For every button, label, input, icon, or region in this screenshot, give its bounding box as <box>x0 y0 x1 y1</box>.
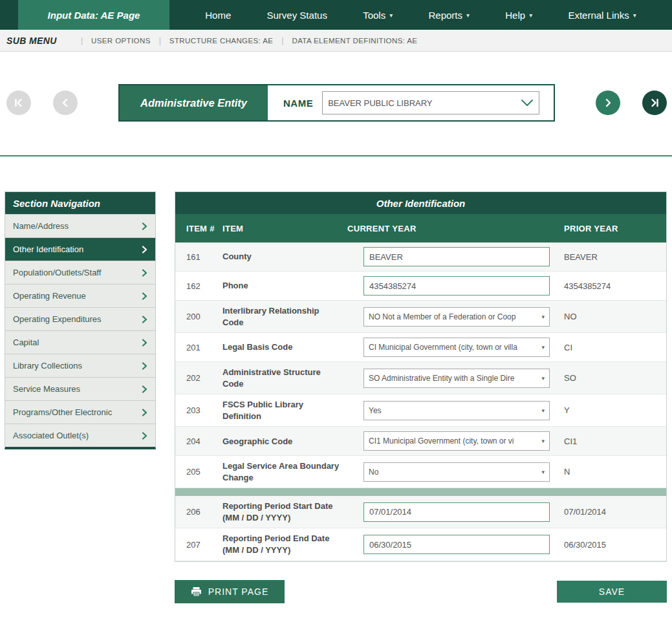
sub-menu-title: SUB MENU <box>6 36 57 46</box>
current-year-cell <box>347 535 564 554</box>
current-year-cell: CI1 Municipal Government (city, town or … <box>347 431 564 451</box>
nav-tab-input-data-ae-page[interactable]: Input Data: AE Page <box>18 0 169 30</box>
entity-header-box: Administrative Entity NAME BEAVER PUBLIC… <box>118 84 555 122</box>
nav-item-label: Tools <box>363 10 385 21</box>
chevron-left-icon <box>59 96 72 109</box>
caret-down-icon: ▾ <box>529 12 532 19</box>
current-year-cell: NO Not a Member of a Federation or Coop▾ <box>347 307 564 327</box>
item-200-current-select[interactable]: NO Not a Member of a Federation or Coop▾ <box>363 307 550 327</box>
column-header-prior-year: PRIOR YEAR <box>564 224 666 233</box>
go-previous-button[interactable] <box>53 91 78 115</box>
printer-icon <box>191 586 202 597</box>
chevron-right-icon <box>142 246 147 253</box>
go-first-button[interactable] <box>6 91 31 115</box>
item-203-current-select[interactable]: Yes▾ <box>363 401 550 420</box>
column-header-item-number: ITEM # <box>175 224 222 233</box>
entity-name-value: BEAVER PUBLIC LIBRARY <box>328 98 521 108</box>
prior-year-value: N <box>564 467 666 477</box>
entity-nav-bar: Administrative Entity NAME BEAVER PUBLIC… <box>0 83 672 123</box>
dropdown-arrow-icon: ▾ <box>541 375 545 382</box>
nav-item-home[interactable]: Home <box>205 10 231 21</box>
prior-year-value: CI1 <box>564 436 666 446</box>
sidebar-item-library-collections[interactable]: Library Collections <box>5 354 155 377</box>
entity-type-title: Administrative Entity <box>120 85 268 120</box>
section-separator <box>175 488 666 496</box>
current-year-cell: No▾ <box>347 462 564 482</box>
nav-item-external-links[interactable]: External Links▾ <box>568 10 636 21</box>
nav-item-label: Help <box>505 10 525 21</box>
item-label: FSCS Public Library Definition <box>222 399 347 422</box>
nav-item-help[interactable]: Help▾ <box>505 10 532 21</box>
chevron-right-icon <box>142 339 147 347</box>
sidebar-item-name-address[interactable]: Name/Address <box>5 214 155 237</box>
print-page-button[interactable]: PRINT PAGE <box>175 580 285 603</box>
item-202-current-select[interactable]: SO Administrative Entity with a Single D… <box>363 369 550 388</box>
item-number: 204 <box>175 436 222 446</box>
main-panel: Other Identification ITEM # ITEM CURRENT… <box>175 191 667 603</box>
current-year-cell: SO Administrative Entity with a Single D… <box>347 369 564 388</box>
submenu-item-structure-changes-ae[interactable]: STRUCTURE CHANGES: AE <box>169 37 273 45</box>
item-number: 205 <box>175 467 222 477</box>
chevron-right-icon <box>142 316 147 323</box>
nav-item-tools[interactable]: Tools▾ <box>363 10 393 21</box>
prior-year-value: CI <box>564 343 666 352</box>
submenu-item-user-options[interactable]: USER OPTIONS <box>91 37 151 45</box>
item-label: Reporting Period Start Date (MM / DD / Y… <box>222 500 347 523</box>
sidebar-item-operating-revenue[interactable]: Operating Revenue <box>5 284 155 307</box>
sidebar-item-population-outlets-staff[interactable]: Population/Outlets/Staff <box>5 261 155 284</box>
table-body: 161CountyBEAVER162Phone4354385274200Inte… <box>175 242 666 561</box>
skip-to-last-icon <box>648 96 661 109</box>
column-header-item: ITEM <box>222 224 347 233</box>
item-label: Geographic Code <box>222 436 347 447</box>
select-value: CI Municipal Government (city, town or v… <box>369 343 538 352</box>
sidebar-item-operating-expenditures[interactable]: Operating Expenditures <box>5 307 155 330</box>
submenu-item-data-element-definitions-ae[interactable]: DATA ELEMENT DEFINITIONS: AE <box>292 37 417 45</box>
item-207-current-input[interactable] <box>363 535 550 554</box>
item-label: Phone <box>222 280 347 292</box>
item-162-current-input[interactable] <box>363 276 550 296</box>
submenu-separator: | <box>81 36 83 45</box>
table-row-201: 201Legal Basis CodeCI Municipal Governme… <box>175 333 666 362</box>
prior-year-value: 4354385274 <box>564 281 666 291</box>
item-label: Reporting Period End Date (MM / DD / YYY… <box>222 533 347 555</box>
sidebar-item-programs-other-electronic[interactable]: Programs/Other Electronic <box>5 400 155 424</box>
prior-year-value: NO <box>564 312 666 321</box>
item-161-current-input[interactable] <box>363 247 550 266</box>
chevron-down-icon <box>521 99 534 107</box>
dropdown-arrow-icon: ▾ <box>541 438 545 444</box>
current-year-cell <box>347 247 564 266</box>
section-navigation-sidebar: Section Navigation Name/AddressOther Ide… <box>5 191 156 449</box>
item-206-current-input[interactable] <box>363 502 550 522</box>
item-201-current-select[interactable]: CI Municipal Government (city, town or v… <box>363 338 550 357</box>
nav-item-survey-status[interactable]: Survey Status <box>267 10 327 21</box>
chevron-right-icon <box>142 222 147 230</box>
table-row-206: 206Reporting Period Start Date (MM / DD … <box>175 496 666 528</box>
go-last-button[interactable] <box>642 91 667 115</box>
top-nav-items: HomeSurvey StatusTools▾Reports▾Help▾Exte… <box>169 0 672 30</box>
go-next-button[interactable] <box>596 91 620 115</box>
sidebar-items: Name/AddressOther IdentificationPopulati… <box>5 214 155 447</box>
current-year-cell <box>347 276 564 296</box>
sidebar-item-associated-outlet-s[interactable]: Associated Outlet(s) <box>5 424 155 447</box>
nav-item-reports[interactable]: Reports▾ <box>428 10 470 21</box>
save-button[interactable]: SAVE <box>557 581 667 603</box>
current-year-cell <box>347 502 564 522</box>
entity-name-select[interactable]: BEAVER PUBLIC LIBRARY <box>322 91 539 114</box>
select-value: No <box>369 468 538 477</box>
caret-down-icon: ▾ <box>389 12 393 19</box>
item-204-current-select[interactable]: CI1 Municipal Government (city, town or … <box>363 431 550 451</box>
sidebar-item-service-measures[interactable]: Service Measures <box>5 377 155 400</box>
item-label: Administrative Structure Code <box>222 367 347 389</box>
sidebar-item-other-identification[interactable]: Other Identification <box>5 237 155 261</box>
item-number: 162 <box>175 281 222 291</box>
sidebar-item-capital[interactable]: Capital <box>5 330 155 354</box>
item-205-current-select[interactable]: No▾ <box>363 462 550 482</box>
top-nav: Input Data: AE Page HomeSurvey StatusToo… <box>0 0 672 30</box>
other-identification-table: Other Identification ITEM # ITEM CURRENT… <box>175 191 667 562</box>
prior-year-value: 06/30/2015 <box>564 540 666 550</box>
caret-down-icon: ▾ <box>466 12 470 19</box>
item-number: 202 <box>175 373 222 383</box>
sidebar-item-label: Operating Revenue <box>13 291 86 301</box>
current-year-cell: Yes▾ <box>347 401 564 420</box>
table-row-204: 204Geographic CodeCI1 Municipal Governme… <box>175 427 666 456</box>
